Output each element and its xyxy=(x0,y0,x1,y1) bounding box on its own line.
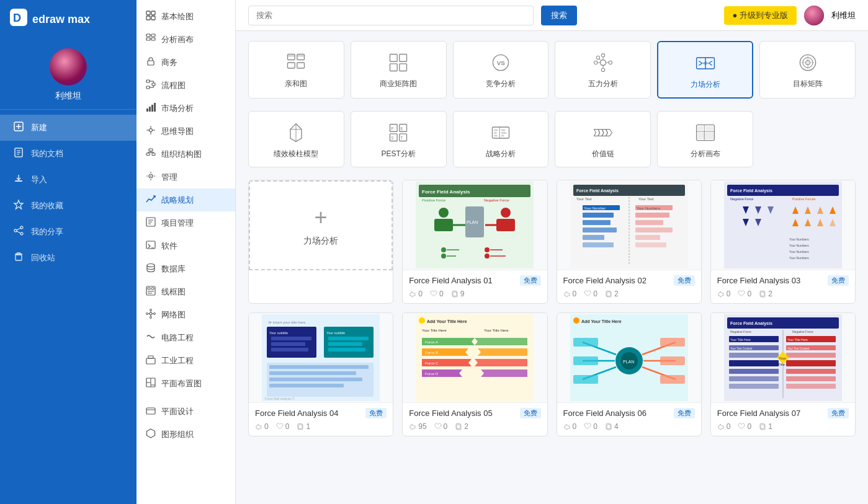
category-bmatrix[interactable]: 商业矩阵图 xyxy=(351,41,447,99)
category-value-chain[interactable]: 价值链 xyxy=(555,111,651,167)
template-card-ffa07[interactable]: Force Field Analysis Negative Force Nega… xyxy=(710,312,856,436)
second-nav-strategy-label: 战略规划 xyxy=(161,195,194,206)
second-nav-flowchart[interactable]: 流程图 xyxy=(136,74,235,97)
template-card-ffa03[interactable]: Force Field Analysis Negative Force Posi… xyxy=(710,180,856,304)
forcefield-icon xyxy=(694,52,717,74)
category-affinity[interactable]: 亲和图 xyxy=(248,41,344,99)
nav-item-share[interactable]: 我的分享 xyxy=(0,219,136,245)
logo-text: edraw max xyxy=(32,13,90,26)
svg-rect-222 xyxy=(271,348,308,351)
template-card-ffa05[interactable]: Add Your Title Here Your Title Here Your… xyxy=(402,312,547,436)
svg-rect-45 xyxy=(152,153,155,156)
search-input[interactable] xyxy=(248,6,534,25)
category-target[interactable]: 目标矩阵 xyxy=(759,41,856,99)
svg-text:Your Text: Your Text xyxy=(638,197,654,201)
ffa07-title-row: Force Field Analysis 07 免费 xyxy=(717,408,849,418)
category-target-label: 目标矩阵 xyxy=(793,79,823,89)
svg-text:Negative Force: Negative Force xyxy=(484,198,509,202)
nav-item-import[interactable]: 导入 xyxy=(0,167,136,193)
nav-item-trash[interactable]: 回收站 xyxy=(0,245,136,271)
second-nav-db[interactable]: 数据库 xyxy=(136,257,235,280)
svg-rect-28 xyxy=(152,83,155,86)
svg-text:S: S xyxy=(391,136,394,140)
svg-point-67 xyxy=(150,309,152,311)
template-card-ffa02[interactable]: Force Field Analysis Your Text Your Text… xyxy=(557,180,702,304)
template-card-new[interactable]: + 力场分析 xyxy=(248,180,393,304)
svg-point-38 xyxy=(150,129,153,132)
nav-item-favorites[interactable]: 我的收藏 xyxy=(0,193,136,219)
topbar: 搜索 ● 升级到专业版 利维坦 xyxy=(236,0,868,31)
svg-text:Your Number: Your Number xyxy=(584,206,606,210)
second-nav-mindmap[interactable]: 思维导图 xyxy=(136,120,235,143)
svg-point-13 xyxy=(14,229,17,232)
second-nav-mgmt[interactable]: 管理 xyxy=(136,166,235,188)
second-nav-market[interactable]: 市场分析 xyxy=(136,97,235,120)
second-nav-software[interactable]: 软件 xyxy=(136,234,235,257)
logo-area: D edraw max xyxy=(0,0,136,38)
svg-rect-144 xyxy=(697,126,703,130)
svg-rect-189 xyxy=(635,242,666,247)
category-perf[interactable]: 绩效棱柱模型 xyxy=(248,111,344,167)
svg-point-96 xyxy=(601,68,604,71)
avatar[interactable] xyxy=(50,48,87,86)
category-strategy-analysis[interactable]: 战略分析 xyxy=(453,111,549,167)
svg-point-98 xyxy=(609,61,612,64)
nav-item-new[interactable]: 新建 xyxy=(0,115,136,141)
svg-rect-285 xyxy=(729,353,779,358)
svg-line-110 xyxy=(709,63,712,66)
user-avatar-top[interactable] xyxy=(804,6,824,25)
template-card-ffa04[interactable]: ≫ insert your title here Your subtitle Y… xyxy=(248,312,393,436)
second-nav-basic[interactable]: 基本绘图 xyxy=(136,5,235,28)
second-nav-floorplan[interactable]: 平面布置图 xyxy=(136,372,235,395)
svg-rect-220 xyxy=(271,337,311,340)
category-fiveforces[interactable]: 五力分析 xyxy=(555,41,651,99)
upgrade-button[interactable]: ● 升级到专业版 xyxy=(724,6,797,25)
logo-icon: D xyxy=(10,9,27,30)
svg-rect-145 xyxy=(705,126,714,130)
svg-rect-35 xyxy=(149,107,151,112)
svg-text:Your: Your xyxy=(779,356,786,360)
mgmt-icon xyxy=(145,171,156,183)
user-name-top[interactable]: 利维坦 xyxy=(831,10,856,21)
ffa01-badge: 免费 xyxy=(520,275,541,286)
category-forcefield[interactable]: 力场分析 xyxy=(657,41,753,99)
software-icon xyxy=(145,240,156,252)
second-nav-business[interactable]: 商务 xyxy=(136,51,235,74)
business-icon xyxy=(145,56,156,68)
svg-rect-232 xyxy=(269,384,344,387)
category-competition[interactable]: VS 竞争分析 xyxy=(453,41,549,99)
second-nav-network[interactable]: 网络图 xyxy=(136,303,235,326)
category-pest[interactable]: P E S T PEST分析 xyxy=(351,111,447,167)
svg-point-157 xyxy=(501,208,511,218)
template-card-ffa06[interactable]: Add Your Title Here PLAN xyxy=(557,312,702,436)
second-nav-industrial[interactable]: 工业工程 xyxy=(136,349,235,372)
category-strategy-analysis-label: 战略分析 xyxy=(486,149,516,159)
ffa02-copies: 2 xyxy=(605,290,619,298)
second-nav-gfx[interactable]: 图形组织 xyxy=(136,423,235,446)
category-affinity-label: 亲和图 xyxy=(285,79,307,89)
second-nav-strategy[interactable]: 战略规划 xyxy=(136,188,235,211)
second-nav-pm[interactable]: 项目管理 xyxy=(136,211,235,234)
category-grid-2: 绩效棱柱模型 P E S T PEST分析 xyxy=(248,111,856,167)
nav-item-docs[interactable]: 我的文档 xyxy=(0,141,136,167)
search-button[interactable]: 搜索 xyxy=(541,6,577,25)
svg-rect-9 xyxy=(15,180,22,182)
ffa06-thumb: Add Your Title Here PLAN xyxy=(557,313,701,403)
second-nav-analysis[interactable]: 分析画布 xyxy=(136,28,235,51)
plus-icon: + xyxy=(315,205,328,231)
second-nav-flatdesign[interactable]: 平面设计 xyxy=(136,400,235,423)
template-card-ffa01[interactable]: Force Field Analysis Positive Force Nega… xyxy=(402,180,547,304)
second-nav-org[interactable]: 组织结构图 xyxy=(136,143,235,166)
svg-text:E: E xyxy=(401,126,403,131)
category-analysis-canvas[interactable]: 分析画布 xyxy=(657,111,753,167)
second-nav-electrical-label: 电路工程 xyxy=(161,332,194,343)
svg-text:Force Field Analysis: Force Field Analysis xyxy=(422,189,470,195)
svg-text:Add Your Title Here: Add Your Title Here xyxy=(581,319,622,324)
nav-label-import: 导入 xyxy=(31,174,47,185)
svg-rect-230 xyxy=(269,371,356,375)
svg-text:Negative Force: Negative Force xyxy=(792,330,813,334)
second-nav-wireframe[interactable]: 线框图 xyxy=(136,280,235,303)
svg-point-160 xyxy=(441,247,446,252)
second-nav-electrical[interactable]: 电路工程 xyxy=(136,326,235,349)
svg-rect-20 xyxy=(146,16,150,20)
